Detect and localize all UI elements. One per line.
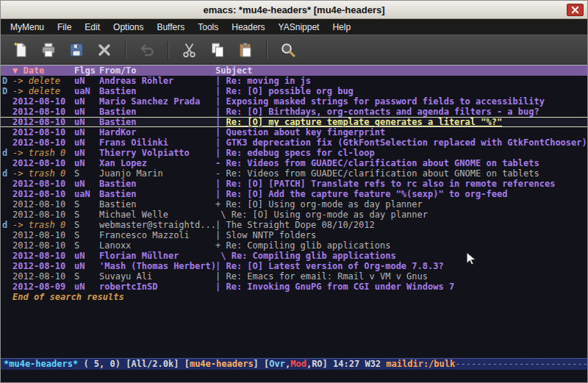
subject-text: Question about key fingerprint	[226, 127, 385, 137]
from-cell: Mario Sanchez Prada	[99, 96, 215, 107]
date-cell: 2012-08-10	[12, 127, 74, 137]
subject-text: Slow NNTP folders	[226, 230, 316, 240]
paste-button[interactable]	[234, 39, 257, 61]
from-cell: Andreas Röhler	[99, 76, 215, 86]
thread-indicator: |	[215, 230, 226, 240]
menu-item-options[interactable]: Options	[107, 20, 150, 35]
header-subject-label[interactable]: Subject	[215, 65, 587, 76]
from-cell: Bastien	[99, 118, 215, 126]
message-row[interactable]: 2012-08-10SFrancesco Mazzoli| Slow NNTP …	[1, 230, 587, 240]
close-button[interactable]	[93, 39, 115, 61]
flags-cell: uN	[74, 96, 99, 107]
modeline-segment-maildir: maildir:/bulk	[386, 359, 455, 369]
subject-text: Re: Invoking GnuPG from CGI under Window…	[226, 282, 454, 292]
flags-cell: S	[74, 199, 99, 210]
date-cell: 2012-08-10	[12, 96, 74, 107]
menu-item-headers[interactable]: Headers	[225, 20, 271, 35]
message-row[interactable]: 2012-08-10uaNBastien| Re: [O] Add the ca…	[1, 189, 587, 199]
flags-cell: S	[74, 271, 99, 282]
undo-button[interactable]	[136, 39, 158, 61]
mark-cell	[2, 271, 12, 282]
message-list: D-> deleteuNAndreas Röhler| Re: moving i…	[1, 76, 587, 292]
subject-text: Re: edebug specs for cl-loop	[226, 148, 374, 158]
header-flags-label[interactable]: Flgs	[74, 65, 99, 76]
date-cell: 2012-08-10	[12, 158, 74, 168]
subject-cell: - Re: Videos from GUADEC/clarification a…	[215, 158, 587, 168]
date-cell: 2012-08-10	[12, 210, 74, 220]
message-row[interactable]: 2012-08-10SSuvayu Ali| Re: Emacs for ema…	[1, 271, 587, 282]
subject-text: The Straight Dope 08/10/2012	[226, 220, 374, 230]
thread-indicator: |	[215, 127, 226, 137]
message-row[interactable]: d-> trash 0SJuanjo Marin- Re: Videos fro…	[1, 168, 587, 179]
message-row[interactable]: 2012-08-10SLanoxx+ Re: Compiling glib ap…	[1, 240, 587, 251]
message-row[interactable]: 2012-08-10uNBastien| Re: [O] Birthdays, …	[1, 107, 587, 117]
menu-item-edit[interactable]: Edit	[78, 20, 107, 35]
message-row[interactable]: 2012-08-10SMichael Welle \ Re: [O] Using…	[1, 210, 587, 220]
new-file-button[interactable]	[10, 39, 32, 61]
menu-item-mymenu[interactable]: MyMenu	[4, 20, 51, 35]
menu-item-tools[interactable]: Tools	[191, 20, 225, 35]
from-cell: HardKor	[99, 127, 215, 137]
message-row[interactable]: 2012-08-10uN'Mash (Thomas Herbert)| Re: …	[1, 261, 587, 271]
from-cell: Suvayu Ali	[99, 271, 215, 282]
message-row[interactable]: 2012-08-10uNMario Sanchez Prada| Exposin…	[1, 96, 587, 107]
print-button[interactable]	[37, 39, 60, 61]
menu-item-file[interactable]: File	[51, 20, 78, 35]
message-row[interactable]: d-> trash 0Swebmaster@straightd...| The …	[1, 220, 587, 230]
subject-text: Re: [O] Using org-mode as day planner	[232, 210, 428, 220]
menu-item-yasnippet[interactable]: YASnippet	[272, 20, 326, 35]
message-row[interactable]: 2012-08-10uNHardKor| Question about key …	[1, 127, 587, 137]
close-button[interactable]	[567, 4, 584, 16]
flags-cell: uN	[74, 76, 99, 86]
message-row[interactable]: 2012-08-10uNFlorian Müllner \ Re: Compil…	[1, 251, 587, 261]
message-row[interactable]: d-> trash 0uNThierry Volpiatto| Re: edeb…	[1, 148, 587, 158]
mark-cell	[2, 137, 12, 148]
subject-cell: | Slow NNTP folders	[215, 230, 587, 240]
header-date-label[interactable]: ▼ Date	[12, 65, 74, 76]
mark-cell	[2, 96, 12, 107]
subject-text: GTK3 deprecation fix (GtkFontSelection r…	[226, 137, 587, 148]
titlebar[interactable]: emacs: *mu4e-headers* [mu4e-headers]	[1, 1, 587, 19]
from-cell: 'Mash (Thomas Herbert)	[99, 261, 215, 271]
header-from-label[interactable]: From/To	[99, 65, 215, 76]
modeline-segment-plain: RO	[312, 359, 322, 369]
thread-indicator: |	[215, 261, 226, 271]
flags-cell: S	[74, 168, 99, 179]
undo-icon	[138, 41, 156, 59]
search-button[interactable]	[277, 39, 299, 61]
thread-indicator: \	[215, 251, 232, 261]
message-row[interactable]: 2012-08-10uNFrans Oilinki| GTK3 deprecat…	[1, 137, 587, 148]
message-row[interactable]: 2012-08-10uNBastien| Re: [O] [PATCH] Tra…	[1, 179, 587, 189]
message-row[interactable]: 2012-08-10SBastien+ Re: [O] Using org-mo…	[1, 199, 587, 210]
message-row[interactable]: 2012-08-09uNrobertcInSD| Re: Invoking Gn…	[1, 282, 587, 292]
mark-cell	[2, 189, 12, 199]
flags-cell: uN	[74, 148, 99, 158]
mark-cell	[2, 230, 12, 240]
subject-cell: | Re: edebug specs for cl-loop	[215, 148, 587, 158]
date-cell: 2012-08-10	[12, 137, 74, 148]
mark-cell	[2, 251, 12, 261]
date-cell: -> trash 0	[12, 148, 74, 158]
thread-indicator: |	[215, 189, 226, 199]
from-cell: Francesco Mazzoli	[99, 230, 215, 240]
thread-indicator: |	[215, 148, 226, 158]
from-cell: robertcInSD	[99, 282, 215, 292]
mark-cell: D	[2, 76, 12, 86]
subject-text: Re: Emacs for email: Rmail v VM v Gnus	[226, 271, 428, 282]
toolbar-separator	[125, 41, 126, 59]
cut-button[interactable]	[179, 39, 201, 61]
message-row[interactable]: 2012-08-10uNBastien| Re: [O] my capture …	[1, 117, 587, 127]
echo-area[interactable]	[1, 370, 587, 382]
message-row[interactable]: D-> deleteuaNBastien| Re: [O] possible o…	[1, 86, 587, 96]
subject-text: Re: Compiling glib applications	[232, 251, 396, 261]
menu-item-help[interactable]: Help	[326, 20, 357, 35]
thread-indicator: |	[215, 179, 226, 189]
mark-cell	[2, 282, 12, 292]
message-row[interactable]: D-> deleteuNAndreas Röhler| Re: moving i…	[1, 76, 587, 86]
mark-cell: d	[2, 148, 12, 158]
date-cell: -> trash 0	[12, 220, 74, 230]
menu-item-buffers[interactable]: Buffers	[150, 20, 191, 35]
message-row[interactable]: 2012-08-10uNXan Lopez- Re: Videos from G…	[1, 158, 587, 168]
copy-button[interactable]	[207, 39, 229, 61]
save-button[interactable]	[65, 39, 87, 61]
